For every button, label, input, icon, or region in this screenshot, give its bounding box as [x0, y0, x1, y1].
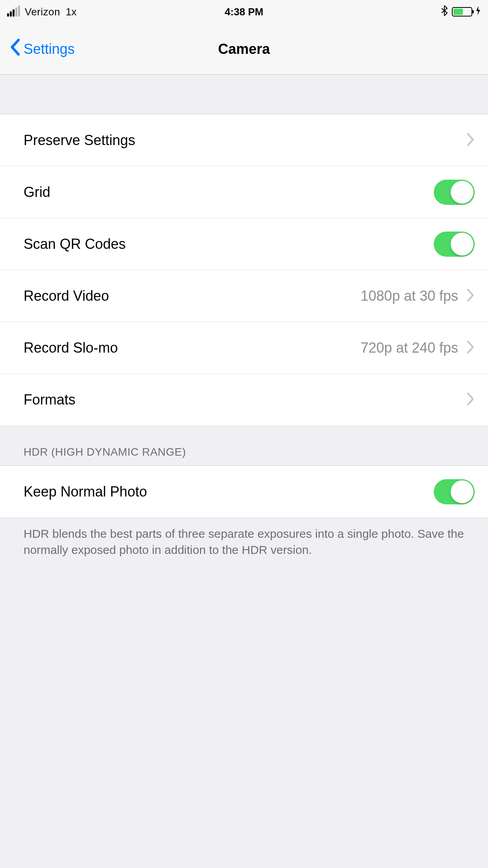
row-scan-qr: Scan QR Codes — [0, 218, 488, 270]
row-label: Formats — [24, 392, 75, 408]
network-type-label: 1x — [66, 6, 76, 18]
carrier-label: Verizon — [25, 6, 60, 18]
status-time: 4:38 PM — [225, 6, 263, 18]
chevron-right-icon — [467, 289, 475, 303]
section-spacer — [0, 75, 488, 114]
settings-group-hdr: Keep Normal Photo — [0, 465, 488, 518]
back-label: Settings — [24, 41, 75, 57]
keep-normal-photo-toggle[interactable] — [434, 479, 475, 504]
row-preserve-settings[interactable]: Preserve Settings — [0, 114, 488, 166]
chevron-right-icon — [467, 133, 475, 148]
row-formats[interactable]: Formats — [0, 374, 488, 426]
toggle-knob — [451, 480, 473, 503]
row-label: Grid — [24, 184, 50, 200]
battery-fill — [453, 9, 463, 15]
row-record-video[interactable]: Record Video 1080p at 30 fps — [0, 270, 488, 322]
back-button[interactable]: Settings — [9, 39, 75, 59]
bluetooth-icon — [441, 5, 448, 19]
charging-bolt-icon — [475, 6, 481, 18]
row-label: Preserve Settings — [24, 132, 135, 149]
row-value: 1080p at 30 fps — [361, 288, 458, 304]
hdr-section-footer: HDR blends the best parts of three separ… — [0, 518, 488, 566]
chevron-right-icon — [467, 340, 475, 355]
row-label: Record Video — [24, 288, 109, 304]
row-keep-normal-photo: Keep Normal Photo — [0, 466, 488, 518]
page-title: Camera — [218, 41, 270, 57]
navigation-bar: Settings Camera — [0, 24, 488, 75]
row-grid: Grid — [0, 166, 488, 218]
status-bar: Verizon 1x 4:38 PM — [0, 0, 488, 24]
row-value: 720p at 240 fps — [361, 340, 458, 356]
row-label: Keep Normal Photo — [24, 484, 147, 500]
signal-strength-icon — [7, 7, 20, 17]
row-label: Record Slo-mo — [24, 340, 118, 356]
toggle-knob — [451, 233, 473, 256]
hdr-section-header: HDR (HIGH DYNAMIC RANGE) — [0, 426, 488, 465]
settings-group-main: Preserve Settings Grid Scan QR Codes Rec… — [0, 114, 488, 426]
grid-toggle[interactable] — [434, 180, 475, 205]
scan-qr-toggle[interactable] — [434, 232, 475, 257]
row-label: Scan QR Codes — [24, 236, 126, 252]
status-left: Verizon 1x — [7, 6, 77, 18]
status-right — [441, 5, 481, 19]
row-record-slomo[interactable]: Record Slo-mo 720p at 240 fps — [0, 322, 488, 374]
chevron-right-icon — [467, 392, 475, 407]
toggle-knob — [451, 181, 473, 204]
chevron-left-icon — [9, 39, 20, 59]
battery-icon — [452, 7, 472, 17]
